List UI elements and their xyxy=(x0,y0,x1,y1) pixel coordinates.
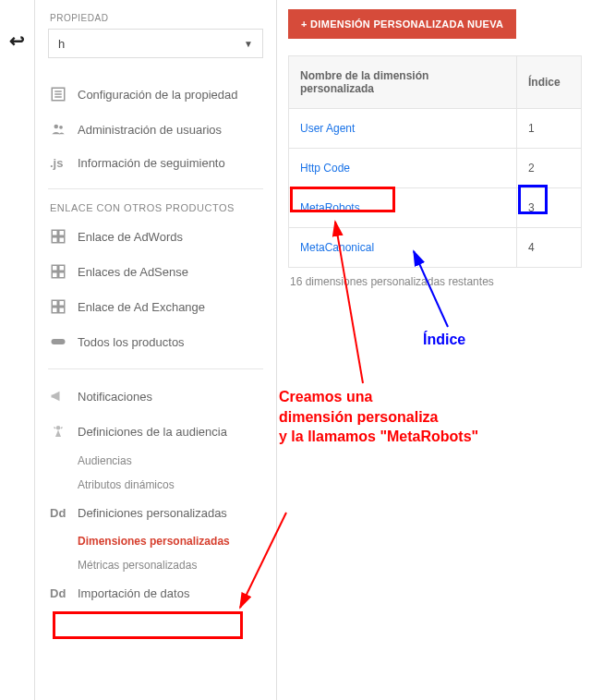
table-row: Http Code 2 xyxy=(289,149,582,188)
table-row: User Agent 1 xyxy=(289,109,582,149)
sidebar-item-adsense[interactable]: Enlaces de AdSense xyxy=(48,254,263,289)
sidebar-item-label: Configuración de la propiedad xyxy=(78,88,237,102)
sidebar-item-tracking-info[interactable]: .js Información de seguimiento xyxy=(48,147,263,179)
link-icon xyxy=(50,333,78,350)
sidebar-item-label: Enlace de Ad Exchange xyxy=(78,300,205,314)
svg-rect-8 xyxy=(52,237,57,243)
sidebar-item-label: Definiciones de la audiencia xyxy=(78,425,227,439)
sidebar-item-label: Importación de datos xyxy=(78,586,189,600)
property-dropdown-value: h xyxy=(58,37,65,51)
sidebar-item-data-import[interactable]: Dd Importación de datos xyxy=(48,577,263,609)
property-section-label: PROPIEDAD xyxy=(48,9,263,29)
dimension-name-link[interactable]: User Agent xyxy=(289,109,517,149)
users-icon xyxy=(50,121,78,138)
svg-rect-18 xyxy=(52,339,66,344)
custom-dimensions-table: Nombre de la dimensión personalizada Índ… xyxy=(288,55,582,268)
divider xyxy=(48,368,263,369)
divider xyxy=(48,188,263,189)
svg-line-21 xyxy=(54,428,56,429)
sidebar: PROPIEDAD h ▼ Configuración de la propie… xyxy=(35,0,277,700)
svg-point-20 xyxy=(56,426,61,430)
svg-rect-11 xyxy=(59,265,65,271)
sidebar-item-label: Definiciones personalizadas xyxy=(78,506,227,520)
dimension-index: 1 xyxy=(517,109,582,149)
js-icon: .js xyxy=(50,156,78,170)
svg-line-22 xyxy=(61,428,63,429)
svg-rect-7 xyxy=(59,230,65,235)
sidebar-item-property-settings[interactable]: Configuración de la propiedad xyxy=(48,77,263,112)
link-section-label: ENLACE CON OTROS PRODUCTOS xyxy=(48,199,263,219)
settings-list-icon xyxy=(50,86,78,103)
svg-point-5 xyxy=(59,126,63,129)
svg-rect-17 xyxy=(59,308,65,313)
sidebar-item-label: Notificaciones xyxy=(78,390,152,404)
sidebar-subitem-custom-dimensions[interactable]: Dimensiones personalizadas xyxy=(48,529,263,553)
sidebar-item-audience-definitions[interactable]: Definiciones de la audiencia xyxy=(48,414,263,449)
svg-rect-6 xyxy=(52,230,57,235)
column-header-name[interactable]: Nombre de la dimensión personalizada xyxy=(289,56,517,109)
grid-icon xyxy=(50,228,78,245)
dimension-index: 4 xyxy=(517,228,582,268)
svg-rect-19 xyxy=(52,395,54,398)
svg-rect-9 xyxy=(59,237,65,243)
sidebar-item-all-products[interactable]: Todos los productos xyxy=(48,324,263,359)
sidebar-item-custom-definitions[interactable]: Dd Definiciones personalizadas xyxy=(48,497,263,529)
audience-icon xyxy=(50,423,78,440)
grid-icon xyxy=(50,263,78,280)
sidebar-item-label: Administración de usuarios xyxy=(78,123,222,137)
dd-icon: Dd xyxy=(50,586,78,600)
chevron-down-icon: ▼ xyxy=(244,39,253,49)
sidebar-item-label: Enlaces de AdSense xyxy=(78,265,188,279)
dimension-index: 3 xyxy=(517,188,582,228)
sidebar-item-label: Enlace de AdWords xyxy=(78,230,183,244)
grid-icon xyxy=(50,298,78,315)
dimension-name-link[interactable]: Http Code xyxy=(289,149,517,188)
svg-rect-14 xyxy=(52,300,57,306)
sidebar-subitem-custom-metrics[interactable]: Métricas personalizadas xyxy=(48,553,263,577)
sidebar-item-label: Información de seguimiento xyxy=(78,156,225,170)
svg-rect-10 xyxy=(52,265,57,271)
svg-rect-15 xyxy=(59,300,65,306)
property-dropdown[interactable]: h ▼ xyxy=(48,29,263,58)
dimension-name-link[interactable]: MetaCanonical xyxy=(289,228,517,268)
sidebar-item-adexchange[interactable]: Enlace de Ad Exchange xyxy=(48,289,263,324)
dimension-index: 2 xyxy=(517,149,582,188)
sidebar-item-user-management[interactable]: Administración de usuarios xyxy=(48,112,263,147)
new-custom-dimension-button[interactable]: + DIMENSIÓN PERSONALIZADA NUEVA xyxy=(288,9,516,39)
dimension-name-link[interactable]: MetaRobots xyxy=(289,188,517,228)
column-header-index[interactable]: Índice xyxy=(517,56,582,109)
megaphone-icon xyxy=(50,388,78,404)
sidebar-subitem-audiences[interactable]: Audiencias xyxy=(48,449,263,473)
sidebar-item-label: Todos los productos xyxy=(78,335,185,349)
table-row: MetaCanonical 4 xyxy=(289,228,582,268)
remaining-count: 16 dimensiones personalizadas restantes xyxy=(288,268,591,288)
sidebar-item-adwords[interactable]: Enlace de AdWords xyxy=(48,219,263,254)
left-strip: ↩ xyxy=(0,0,35,700)
main-content: + DIMENSIÓN PERSONALIZADA NUEVA Nombre d… xyxy=(277,0,591,700)
svg-rect-12 xyxy=(52,272,57,278)
svg-rect-16 xyxy=(52,308,57,313)
back-arrow-icon[interactable]: ↩ xyxy=(0,30,34,52)
svg-rect-13 xyxy=(59,272,65,278)
sidebar-subitem-dynamic-attrs[interactable]: Atributos dinámicos xyxy=(48,473,263,497)
svg-point-4 xyxy=(54,125,59,129)
dd-icon: Dd xyxy=(50,506,78,520)
sidebar-item-notifications[interactable]: Notificaciones xyxy=(48,379,263,414)
table-row: MetaRobots 3 xyxy=(289,188,582,228)
